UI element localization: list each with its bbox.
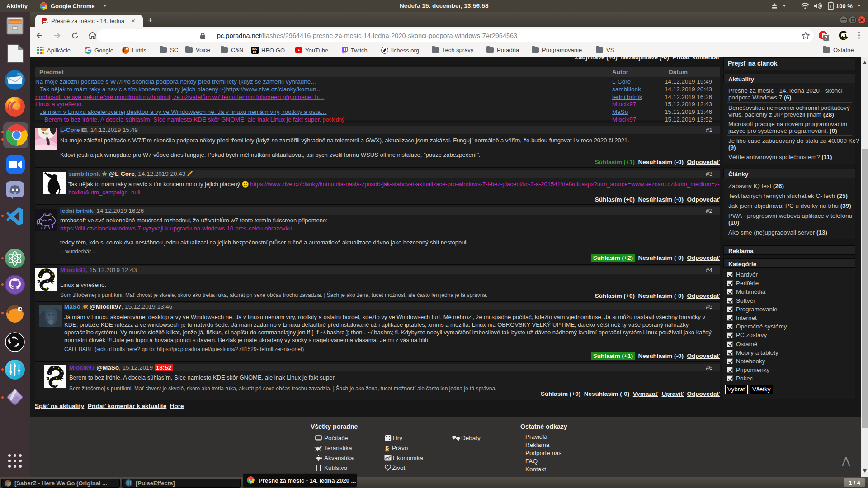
svg-text:NET: NET [43, 21, 48, 24]
svg-text:HBO: HBO [252, 47, 257, 50]
svg-text:GO: GO [253, 51, 256, 53]
